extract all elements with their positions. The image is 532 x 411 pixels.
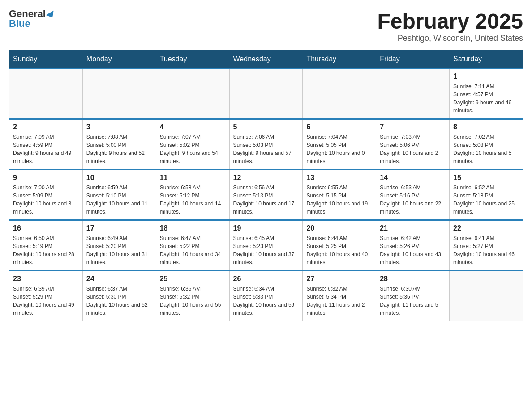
day-number: 27 [306, 275, 372, 283]
calendar-cell: 2Sunrise: 7:09 AMSunset: 4:59 PMDaylight… [9, 119, 83, 170]
calendar-cell: 1Sunrise: 7:11 AMSunset: 4:57 PMDaylight… [450, 68, 523, 119]
day-info: Sunrise: 6:55 AMSunset: 5:15 PMDaylight:… [306, 184, 372, 216]
day-info: Sunrise: 6:45 AMSunset: 5:23 PMDaylight:… [233, 234, 299, 266]
day-number: 8 [453, 123, 519, 131]
calendar-cell: 15Sunrise: 6:52 AMSunset: 5:18 PMDayligh… [450, 170, 523, 220]
calendar-cell [376, 68, 450, 119]
day-number: 3 [86, 123, 152, 131]
day-number: 12 [233, 174, 299, 182]
day-number: 15 [453, 174, 519, 182]
logo-triangle-icon [46, 11, 56, 20]
calendar-cell [229, 68, 303, 119]
calendar-cell: 4Sunrise: 7:07 AMSunset: 5:02 PMDaylight… [156, 119, 229, 170]
days-of-week-row: SundayMondayTuesdayWednesdayThursdayFrid… [9, 51, 523, 68]
calendar-cell: 6Sunrise: 7:04 AMSunset: 5:05 PMDaylight… [303, 119, 376, 170]
day-info: Sunrise: 7:00 AMSunset: 5:09 PMDaylight:… [13, 184, 79, 216]
day-number: 21 [380, 224, 446, 232]
calendar-cell: 17Sunrise: 6:49 AMSunset: 5:20 PMDayligh… [82, 220, 156, 271]
day-info: Sunrise: 6:44 AMSunset: 5:25 PMDaylight:… [306, 234, 372, 266]
day-info: Sunrise: 6:32 AMSunset: 5:34 PMDaylight:… [306, 285, 372, 317]
day-info: Sunrise: 6:50 AMSunset: 5:19 PMDaylight:… [13, 234, 79, 266]
day-info: Sunrise: 6:39 AMSunset: 5:29 PMDaylight:… [13, 285, 79, 317]
calendar-cell: 25Sunrise: 6:36 AMSunset: 5:32 PMDayligh… [156, 271, 229, 321]
day-info: Sunrise: 6:49 AMSunset: 5:20 PMDaylight:… [86, 234, 152, 266]
day-info: Sunrise: 7:09 AMSunset: 4:59 PMDaylight:… [13, 133, 79, 165]
calendar-cell: 20Sunrise: 6:44 AMSunset: 5:25 PMDayligh… [303, 220, 376, 271]
calendar-cell: 26Sunrise: 6:34 AMSunset: 5:33 PMDayligh… [229, 271, 303, 321]
day-number: 25 [160, 275, 226, 283]
calendar-cell: 11Sunrise: 6:58 AMSunset: 5:12 PMDayligh… [156, 170, 229, 220]
calendar-cell [82, 68, 156, 119]
day-info: Sunrise: 7:06 AMSunset: 5:03 PMDaylight:… [233, 133, 299, 165]
calendar-cell: 18Sunrise: 6:47 AMSunset: 5:22 PMDayligh… [156, 220, 229, 271]
day-number: 4 [160, 123, 226, 131]
day-number: 11 [160, 174, 226, 182]
day-number: 7 [380, 123, 446, 131]
day-number: 5 [233, 123, 299, 131]
day-number: 16 [13, 224, 79, 232]
day-number: 26 [233, 275, 299, 283]
week-row-3: 9Sunrise: 7:00 AMSunset: 5:09 PMDaylight… [9, 170, 523, 220]
day-number: 24 [86, 275, 152, 283]
calendar-cell: 9Sunrise: 7:00 AMSunset: 5:09 PMDaylight… [9, 170, 83, 220]
week-row-5: 23Sunrise: 6:39 AMSunset: 5:29 PMDayligh… [9, 271, 523, 321]
calendar-cell: 28Sunrise: 6:30 AMSunset: 5:36 PMDayligh… [376, 271, 450, 321]
calendar-cell: 7Sunrise: 7:03 AMSunset: 5:06 PMDaylight… [376, 119, 450, 170]
calendar-cell [9, 68, 83, 119]
day-number: 18 [160, 224, 226, 232]
day-info: Sunrise: 6:34 AMSunset: 5:33 PMDaylight:… [233, 285, 299, 317]
day-info: Sunrise: 6:52 AMSunset: 5:18 PMDaylight:… [453, 184, 519, 216]
title-block: February 2025 Peshtigo, Wisconsin, Unite… [377, 9, 523, 43]
day-of-week-monday: Monday [82, 51, 156, 68]
logo-line1: General [9, 9, 56, 19]
calendar-cell: 27Sunrise: 6:32 AMSunset: 5:34 PMDayligh… [303, 271, 376, 321]
day-of-week-thursday: Thursday [303, 51, 376, 68]
logo: General Blue [9, 9, 56, 29]
day-info: Sunrise: 6:42 AMSunset: 5:26 PMDaylight:… [380, 234, 446, 266]
day-number: 22 [453, 224, 519, 232]
calendar-cell [156, 68, 229, 119]
logo-line2: Blue [9, 19, 30, 29]
day-info: Sunrise: 7:02 AMSunset: 5:08 PMDaylight:… [453, 133, 519, 165]
calendar-subtitle: Peshtigo, Wisconsin, United States [377, 34, 523, 43]
week-row-2: 2Sunrise: 7:09 AMSunset: 4:59 PMDaylight… [9, 119, 523, 170]
day-info: Sunrise: 7:07 AMSunset: 5:02 PMDaylight:… [160, 133, 226, 165]
calendar-header: SundayMondayTuesdayWednesdayThursdayFrid… [9, 51, 523, 68]
week-row-1: 1Sunrise: 7:11 AMSunset: 4:57 PMDaylight… [9, 68, 523, 119]
day-info: Sunrise: 6:53 AMSunset: 5:16 PMDaylight:… [380, 184, 446, 216]
day-info: Sunrise: 7:08 AMSunset: 5:00 PMDaylight:… [86, 133, 152, 165]
calendar-cell: 24Sunrise: 6:37 AMSunset: 5:30 PMDayligh… [82, 271, 156, 321]
logo-blue-text: Blue [9, 18, 30, 29]
day-of-week-sunday: Sunday [9, 51, 83, 68]
calendar-cell: 10Sunrise: 6:59 AMSunset: 5:10 PMDayligh… [82, 170, 156, 220]
day-number: 10 [86, 174, 152, 182]
day-number: 19 [233, 224, 299, 232]
day-info: Sunrise: 6:37 AMSunset: 5:30 PMDaylight:… [86, 285, 152, 317]
calendar-cell: 5Sunrise: 7:06 AMSunset: 5:03 PMDaylight… [229, 119, 303, 170]
calendar-cell: 13Sunrise: 6:55 AMSunset: 5:15 PMDayligh… [303, 170, 376, 220]
day-of-week-friday: Friday [376, 51, 450, 68]
day-number: 14 [380, 174, 446, 182]
day-info: Sunrise: 6:41 AMSunset: 5:27 PMDaylight:… [453, 234, 519, 266]
calendar-cell: 23Sunrise: 6:39 AMSunset: 5:29 PMDayligh… [9, 271, 83, 321]
day-number: 2 [13, 123, 79, 131]
day-of-week-tuesday: Tuesday [156, 51, 229, 68]
calendar-body: 1Sunrise: 7:11 AMSunset: 4:57 PMDaylight… [9, 68, 523, 321]
calendar-cell: 3Sunrise: 7:08 AMSunset: 5:00 PMDaylight… [82, 119, 156, 170]
calendar-cell: 19Sunrise: 6:45 AMSunset: 5:23 PMDayligh… [229, 220, 303, 271]
day-info: Sunrise: 6:36 AMSunset: 5:32 PMDaylight:… [160, 285, 226, 317]
day-number: 9 [13, 174, 79, 182]
calendar-cell: 21Sunrise: 6:42 AMSunset: 5:26 PMDayligh… [376, 220, 450, 271]
calendar-cell: 22Sunrise: 6:41 AMSunset: 5:27 PMDayligh… [450, 220, 523, 271]
day-info: Sunrise: 7:03 AMSunset: 5:06 PMDaylight:… [380, 133, 446, 165]
day-number: 13 [306, 174, 372, 182]
calendar-cell [450, 271, 523, 321]
day-number: 20 [306, 224, 372, 232]
day-of-week-saturday: Saturday [450, 51, 523, 68]
calendar-cell: 16Sunrise: 6:50 AMSunset: 5:19 PMDayligh… [9, 220, 83, 271]
day-number: 17 [86, 224, 152, 232]
week-row-4: 16Sunrise: 6:50 AMSunset: 5:19 PMDayligh… [9, 220, 523, 271]
day-info: Sunrise: 6:30 AMSunset: 5:36 PMDaylight:… [380, 285, 446, 317]
day-number: 1 [453, 73, 519, 81]
calendar-title: February 2025 [377, 9, 523, 34]
